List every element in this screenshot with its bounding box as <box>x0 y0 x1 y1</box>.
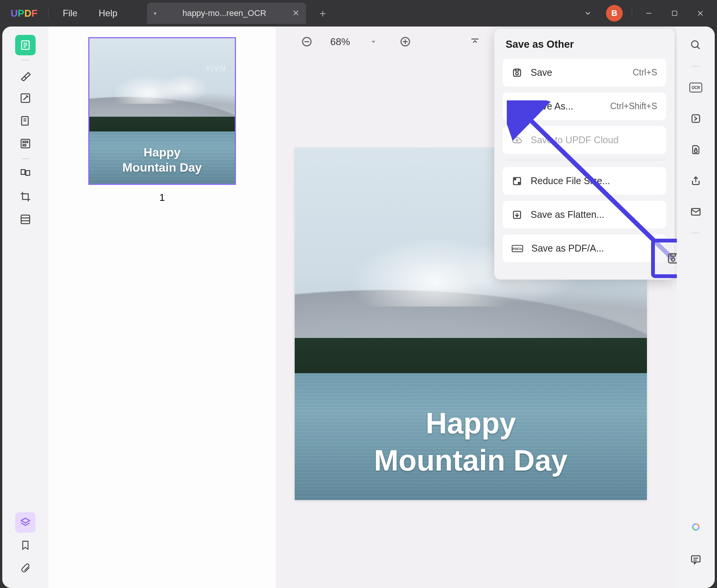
tab-close-icon[interactable]: ✕ <box>292 8 299 18</box>
convert-icon <box>690 113 701 124</box>
convert-button[interactable] <box>686 108 706 129</box>
ai-assistant-button[interactable] <box>686 518 706 539</box>
zoom-dropdown-icon[interactable] <box>365 33 382 50</box>
svg-rect-1 <box>672 11 677 16</box>
layers-button[interactable] <box>15 512 36 533</box>
divider <box>692 66 700 67</box>
thumbnail-image: YIVN Happy Mountain Day <box>89 38 235 184</box>
svg-line-45 <box>697 47 700 49</box>
email-icon <box>690 206 701 217</box>
attachment-button[interactable] <box>15 558 36 578</box>
panel-title: Save as Other <box>503 39 666 50</box>
thumbnail-page-number: 1 <box>159 192 165 203</box>
ocr-button[interactable]: OCR <box>686 77 706 98</box>
svg-rect-43 <box>671 254 675 256</box>
save-shortcut: Ctrl+S <box>633 67 657 78</box>
comment-icon <box>690 554 701 565</box>
svg-point-42 <box>672 258 675 261</box>
watermark-text: YIVN <box>205 64 226 73</box>
page-thumbnail-1[interactable]: YIVN Happy Mountain Day <box>88 37 236 185</box>
svg-rect-14 <box>23 145 26 146</box>
divider <box>22 158 29 159</box>
main-viewport: 68% Happy Mountain Day <box>276 27 677 588</box>
share-button[interactable] <box>686 170 706 191</box>
svg-rect-12 <box>21 139 30 148</box>
window-maximize-icon[interactable] <box>667 6 682 21</box>
zoom-out-button[interactable] <box>298 33 315 50</box>
bookmark-button[interactable] <box>15 535 36 555</box>
page-tool[interactable] <box>15 111 36 131</box>
recent-dropdown-icon[interactable] <box>580 6 595 21</box>
save-icon <box>512 67 522 78</box>
lock-file-icon <box>690 144 701 155</box>
crop-tool[interactable] <box>15 186 36 207</box>
fit-page-button[interactable] <box>467 33 483 50</box>
window-minimize-icon[interactable] <box>641 6 656 21</box>
titlebar: UPDF File Help ▾ happy-mo...reen_OCR ✕ ＋… <box>0 0 717 27</box>
svg-rect-48 <box>692 115 700 122</box>
left-toolbar <box>2 27 48 588</box>
thumbnail-caption: Happy Mountain Day <box>89 145 235 175</box>
edit-text-tool[interactable] <box>15 88 36 108</box>
svg-rect-15 <box>21 170 25 175</box>
document-tab[interactable]: ▾ happy-mo...reen_OCR ✕ <box>147 3 306 24</box>
svg-line-40 <box>522 112 673 260</box>
protect-button[interactable] <box>686 139 706 160</box>
svg-rect-49 <box>695 150 697 152</box>
save-label: Save <box>531 67 624 78</box>
svg-marker-23 <box>372 41 375 43</box>
svg-rect-30 <box>515 69 519 71</box>
annotation-highlight-box <box>651 239 677 278</box>
search-icon <box>690 39 701 51</box>
share-icon <box>690 175 701 186</box>
svg-marker-20 <box>21 518 30 523</box>
search-button[interactable] <box>686 35 706 55</box>
ai-icon <box>690 522 702 535</box>
organize-tool[interactable] <box>15 164 36 184</box>
zoom-value: 68% <box>330 36 350 48</box>
redact-tool[interactable] <box>15 209 36 230</box>
svg-rect-16 <box>26 170 30 175</box>
svg-rect-13 <box>23 141 28 143</box>
window-close-icon[interactable] <box>693 6 708 21</box>
divider <box>632 9 632 18</box>
form-tool[interactable] <box>15 133 36 154</box>
comment-button[interactable] <box>686 549 706 570</box>
app-logo: UPDF <box>4 8 44 19</box>
new-tab-button[interactable]: ＋ <box>317 6 328 20</box>
svg-rect-52 <box>692 556 700 562</box>
svg-point-44 <box>692 41 698 48</box>
divider <box>692 233 700 233</box>
reader-mode-button[interactable] <box>15 35 36 55</box>
svg-point-29 <box>516 72 519 75</box>
ocr-icon: OCR <box>689 83 702 92</box>
divider <box>22 60 29 61</box>
svg-text:OCR: OCR <box>692 86 700 90</box>
svg-rect-17 <box>21 215 30 224</box>
highlight-tool[interactable] <box>15 65 36 86</box>
tab-dropdown-icon[interactable]: ▾ <box>154 10 156 16</box>
save-icon <box>666 252 677 265</box>
thumbnail-panel: YIVN Happy Mountain Day 1 <box>48 27 276 588</box>
menu-help[interactable]: Help <box>88 5 128 22</box>
zoom-in-button[interactable] <box>397 33 414 50</box>
save-option[interactable]: Save Ctrl+S <box>503 59 666 86</box>
app-body: YIVN Happy Mountain Day 1 68% <box>2 27 715 588</box>
page-caption: Happy Mountain Day <box>295 405 647 479</box>
divider <box>48 9 48 18</box>
menu-file[interactable]: File <box>52 5 88 22</box>
user-avatar[interactable]: B <box>606 5 623 22</box>
email-button[interactable] <box>686 202 706 222</box>
right-toolbar: OCR <box>677 27 715 588</box>
tab-title: happy-mo...reen_OCR <box>163 8 286 18</box>
